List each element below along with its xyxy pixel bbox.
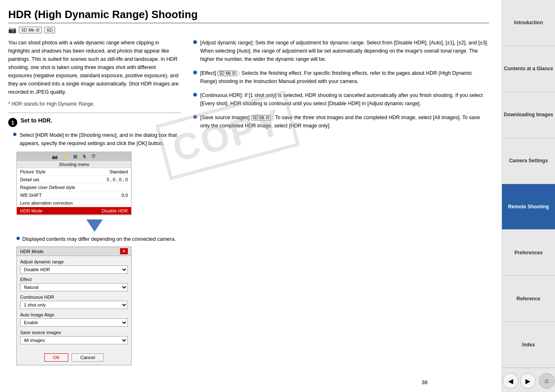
right-bullet-text-4: [Save source images] 5D Mk III : To save…	[200, 113, 489, 130]
badge-6d: 6D	[44, 27, 55, 33]
sidebar-item-preferences[interactable]: Preferences	[502, 230, 555, 276]
page-title: HDR (High Dynamic Range) Shooting	[8, 8, 489, 23]
section-divider	[8, 113, 181, 113]
badge-5dmkiii-effect: 5D Mk III	[217, 71, 237, 76]
hdr-select-effect[interactable]: Natural	[20, 283, 128, 291]
hdr-dialog-close-button[interactable]: ✕	[120, 248, 128, 254]
right-bullet-text-1: [Adjust dynamic range]: Sets the range o…	[200, 39, 489, 63]
sidebar-item-camera-settings[interactable]: Camera Settings	[502, 138, 555, 184]
step-number-1: 1	[8, 118, 17, 127]
menu-icon-setup: ⏱	[91, 154, 96, 159]
hdr-field-align: Auto Image Align Enable Disable	[20, 312, 128, 327]
home-button[interactable]: ⌂	[539, 373, 555, 389]
sidebar-item-index[interactable]: Index	[502, 322, 555, 368]
right-bullet-dot-1	[193, 40, 197, 44]
right-bullet-text-2: [Effect] 5D Mk III : Selects the finishi…	[200, 69, 489, 85]
hdr-field-save-source: Save source images All images HDR image …	[20, 330, 128, 344]
right-bullet-4: [Save source images] 5D Mk III : To save…	[193, 113, 489, 130]
right-bullet-3: [Continuous HDR]: If [1 shot only] is se…	[193, 91, 489, 108]
step1-title: Set to HDR.	[21, 117, 52, 124]
sidebar: Introduction Contents at a Glance Downlo…	[502, 0, 555, 392]
hdr-select-dynamic-range[interactable]: Disable HDR Auto ±1 ±2 ±3	[20, 265, 128, 274]
hdr-dialog-body: Adjust dynamic range Disable HDR Auto ±1…	[17, 256, 131, 351]
menu-icon-flash: ⚡	[62, 154, 68, 159]
menu-icon-camera: 📷	[52, 154, 58, 159]
menu-row-register: Register User Defined style	[17, 184, 131, 191]
menu-topbar: 📷 ⚡ ⊞ ↯ ⏱	[17, 152, 131, 161]
page-number: 38	[422, 379, 428, 385]
badge-5d: 5D Mk III	[19, 27, 42, 33]
menu-tab-label: Shooting menu	[17, 161, 131, 168]
menu-icon-af: ⊞	[73, 154, 77, 159]
right-bullet-dot-2	[193, 71, 197, 74]
sidebar-item-downloading[interactable]: Downloading Images	[502, 92, 555, 138]
right-bullet-2: [Effect] 5D Mk III : Selects the finishi…	[193, 69, 489, 85]
sidebar-item-introduction[interactable]: Introduction	[502, 0, 555, 46]
menu-row-detail: Detail set. 3 , 0 , 0 , 0	[17, 176, 131, 184]
hdr-cancel-button[interactable]: Cancel	[72, 353, 104, 362]
bottom-nav: ◀ ▶ ⌂	[502, 368, 555, 392]
right-bullet-1: [Adjust dynamic range]: Sets the range o…	[193, 39, 489, 63]
sidebar-item-remote-shooting[interactable]: Remote Shooting	[502, 184, 555, 230]
sidebar-item-contents[interactable]: Contents at a Glance	[502, 46, 555, 92]
shooting-menu-screenshot: 📷 ⚡ ⊞ ↯ ⏱ Shooting menu Picture Style St…	[16, 152, 132, 215]
hdr-field-continuous: Continuous HDR 1 shot only Every shot	[20, 295, 128, 309]
two-col-layout: You can shoot photos with a wide dynamic…	[8, 39, 489, 365]
hdr-dialog-footer: OK Cancel	[17, 351, 131, 365]
arrow-down-shape	[86, 219, 103, 232]
hdr-label-dynamic-range: Adjust dynamic range	[20, 259, 128, 264]
hdr-select-continuous[interactable]: 1 shot only Every shot	[20, 301, 128, 309]
right-bullet-dot-3	[193, 93, 197, 97]
hdr-field-dynamic-range: Adjust dynamic range Disable HDR Auto ±1…	[20, 259, 128, 274]
hdr-label-save-source: Save source images	[20, 330, 128, 335]
hdr-field-effect: Effect Natural	[20, 277, 128, 291]
hdr-dialog-title: HDR Mode	[20, 249, 44, 254]
step1-desc-text: Select [HDR Mode] in the [Shooting menu]…	[20, 131, 181, 148]
camera-note-dot	[16, 237, 20, 240]
menu-row-hdr: HDR Mode Disable HDR	[17, 207, 131, 215]
note-text: * HDR stands for High Dynamic Range.	[8, 101, 181, 107]
step1-desc: Select [HDR Mode] in the [Shooting menu]…	[8, 131, 181, 148]
right-column: [Adjust dynamic range]: Sets the range o…	[193, 39, 489, 365]
right-bullet-text-3: [Continuous HDR]: If [1 shot only] is se…	[200, 91, 489, 108]
step1-container: 1 Set to HDR.	[8, 117, 181, 127]
menu-row-lens: Lens aberration correction	[17, 199, 131, 207]
prev-page-button[interactable]: ◀	[503, 373, 518, 389]
hdr-dialog-titlebar: HDR Mode ✕	[17, 247, 131, 256]
hdr-dialog: HDR Mode ✕ Adjust dynamic range Disable …	[16, 247, 132, 365]
arrow-down	[8, 219, 181, 232]
sidebar-item-reference[interactable]: Reference	[502, 276, 555, 322]
hdr-label-align: Auto Image Align	[20, 312, 128, 317]
next-page-button[interactable]: ▶	[520, 373, 536, 389]
camera-badges: 📷 5D Mk III 6D	[8, 26, 489, 34]
intro-text: You can shoot photos with a wide dynamic…	[8, 39, 181, 96]
badge-5dmkiii-save: 5D Mk III	[251, 115, 271, 120]
menu-icon-custom: ↯	[82, 154, 86, 159]
hdr-label-effect: Effect	[20, 277, 128, 282]
menu-row-wb: WB SHIFT 0,0	[17, 191, 131, 199]
right-bullet-dot-4	[193, 115, 197, 119]
camera-icon: 📷	[8, 26, 16, 34]
hdr-ok-button[interactable]: OK	[44, 353, 69, 362]
main-content: HDR (High Dynamic Range) Shooting 📷 5D M…	[0, 0, 502, 392]
menu-rows: Picture Style Standard Detail set. 3 , 0…	[17, 168, 131, 215]
menu-row-picture-style: Picture Style Standard	[17, 168, 131, 176]
hdr-select-save-source[interactable]: All images HDR image only	[20, 336, 128, 344]
hdr-label-continuous: Continuous HDR	[20, 295, 128, 300]
step1-bullet-dot	[13, 133, 16, 136]
camera-note-text: Displayed contents may differ depending …	[22, 235, 176, 243]
hdr-select-align[interactable]: Enable Disable	[20, 318, 128, 327]
left-column: You can shoot photos with a wide dynamic…	[8, 39, 181, 365]
camera-note: Displayed contents may differ depending …	[16, 235, 181, 243]
